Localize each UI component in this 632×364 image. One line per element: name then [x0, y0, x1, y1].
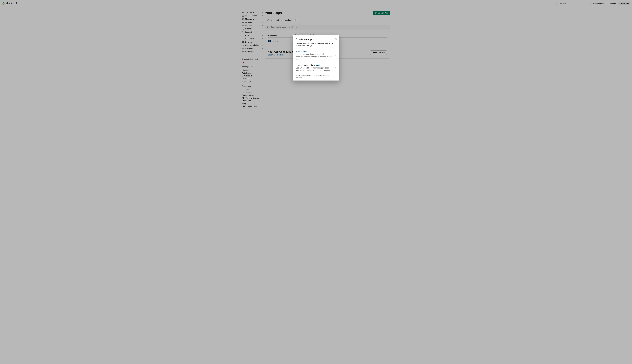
modal-overlay[interactable]: Create an app Choose how you'd like to c… [0, 0, 632, 108]
option-from-scratch[interactable]: From scratch Use our configuration UI to… [296, 49, 336, 62]
footer-mid: , or [322, 74, 325, 76]
footer-pre: Need help? Check our [296, 74, 312, 76]
chevron-right-icon [335, 55, 336, 56]
opt2-desc: Use a manifest file to add your app's ba… [296, 67, 335, 72]
opt1-desc: Use our configuration UI to manually add… [296, 53, 335, 60]
opt2-title-text: From an app manifest [296, 64, 315, 66]
beta-badge: BETA [316, 64, 320, 66]
modal-subtitle: Choose how you'd like to configure your … [296, 42, 336, 46]
documentation-link[interactable]: documentation [312, 74, 322, 76]
create-app-modal: Create an app Choose how you'd like to c… [292, 35, 340, 80]
chevron-right-icon [335, 67, 336, 68]
close-icon[interactable] [335, 38, 337, 40]
option-from-manifest[interactable]: From an app manifest BETA Use a manifest… [296, 62, 336, 74]
opt2-title: From an app manifest BETA [296, 64, 335, 66]
opt1-title: From scratch [296, 50, 335, 52]
modal-footer: Need help? Check our documentation, or s… [296, 74, 336, 78]
modal-title: Create an app [296, 38, 336, 41]
